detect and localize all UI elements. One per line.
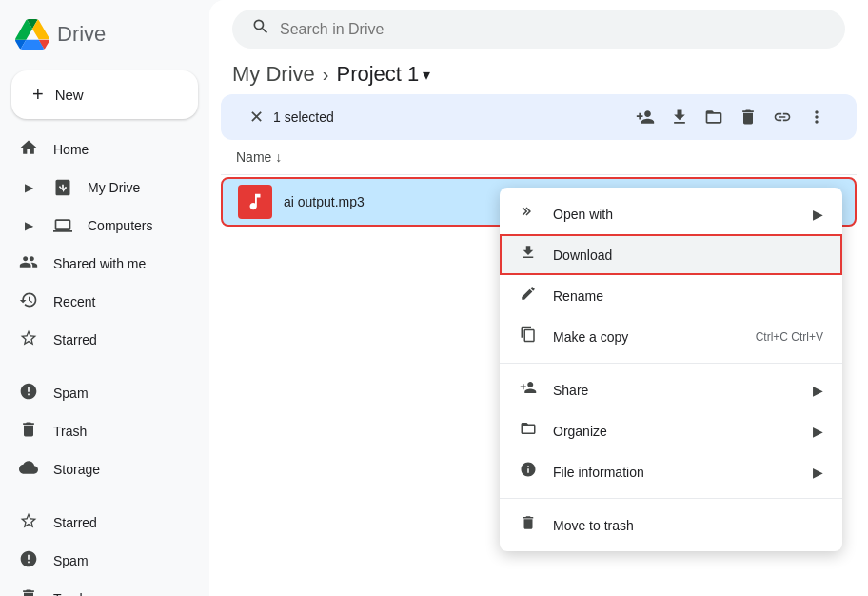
sidebar-item-sharedwithme[interactable]: Shared with me [0, 245, 194, 283]
share-arrow-icon: ▶ [813, 383, 823, 398]
column-header-name: Name ↓ [221, 140, 857, 175]
context-menu-divider-2 [500, 498, 842, 499]
spam-icon [19, 382, 38, 406]
sidebar-item-sharedwithme-label: Shared with me [53, 256, 146, 271]
sort-icon: ↓ [275, 149, 282, 165]
trash2-icon [19, 587, 38, 597]
header [209, 0, 868, 49]
plus-icon: + [32, 84, 44, 106]
sidebar-item-spam[interactable]: Spam [0, 374, 194, 412]
context-menu-download-label: Download [553, 248, 823, 263]
sidebar-item-trash-label: Trash [53, 424, 87, 439]
sidebar-item-starred-label: Starred [53, 332, 97, 348]
drive-logo-icon [15, 17, 49, 51]
sidebar-item-starred[interactable]: Starred [0, 321, 194, 359]
context-menu-share-label: Share [553, 383, 798, 398]
search-bar[interactable] [232, 10, 845, 49]
context-menu-rename[interactable]: Rename [500, 275, 842, 316]
context-menu-organize-label: Organize [553, 424, 798, 439]
sidebar-item-trash2[interactable]: Trash [0, 580, 194, 596]
context-menu-divider-1 [500, 363, 842, 364]
share-icon [519, 379, 538, 401]
breadcrumb-parent[interactable]: My Drive [232, 62, 315, 87]
sidebar-item-spam2[interactable]: Spam [0, 542, 194, 580]
computers-expand-icon: ▶ [19, 219, 38, 232]
breadcrumb-dropdown-arrow: ▾ [423, 66, 430, 84]
sidebar-item-storage[interactable]: Storage [0, 450, 194, 488]
rename-icon [519, 285, 538, 307]
sidebar-item-trash2-label: Trash [53, 591, 87, 596]
toolbar-download-button[interactable] [662, 100, 697, 134]
storage-icon [19, 458, 38, 482]
sidebar-item-mydrive[interactable]: ▶ My Drive [0, 169, 194, 207]
sidebar-item-storage-label: Storage [53, 462, 100, 477]
sidebar-item-trash[interactable]: Trash [0, 412, 194, 450]
sidebar-item-starred2[interactable]: Starred [0, 504, 194, 542]
organize-arrow-icon: ▶ [813, 424, 823, 439]
context-menu-open-with-label: Open with [553, 207, 798, 222]
toolbar-share-button[interactable] [628, 100, 662, 134]
sidebar-item-home[interactable]: Home [0, 130, 194, 169]
mydrive-icon [53, 178, 72, 197]
file-list-area: Name ↓ ai output.mp3 Open with ▶ [209, 140, 868, 596]
sidebar: Drive + New Home ▶ My Drive ▶ Computers [0, 0, 209, 596]
sidebar-item-home-label: Home [53, 142, 89, 157]
make-copy-shortcut: Ctrl+C Ctrl+V [756, 330, 823, 344]
new-button[interactable]: + New [11, 70, 198, 119]
home-icon [19, 138, 38, 162]
sidebar-item-spam-label: Spam [53, 386, 89, 401]
mydrive-expand-icon: ▶ [19, 181, 38, 194]
context-menu-download[interactable]: Download [500, 234, 842, 275]
search-icon [251, 17, 270, 41]
context-menu-make-copy[interactable]: Make a copy Ctrl+C Ctrl+V [500, 316, 842, 357]
toolbar-move-button[interactable] [697, 100, 731, 134]
sidebar-item-spam2-label: Spam [53, 553, 89, 568]
breadcrumb: My Drive › Project 1 ▾ [209, 49, 868, 94]
mp3-file-icon [238, 185, 272, 219]
search-input[interactable] [280, 21, 826, 38]
open-with-icon [519, 203, 538, 225]
context-menu-move-to-trash[interactable]: Move to trash [500, 505, 842, 546]
open-with-arrow-icon: ▶ [813, 207, 823, 222]
context-menu-share[interactable]: Share ▶ [500, 369, 842, 410]
sidebar-nav: Home ▶ My Drive ▶ Computers Shared with … [0, 130, 209, 596]
file-name-label: ai output.mp3 [284, 194, 365, 209]
context-menu-move-to-trash-label: Move to trash [553, 518, 823, 533]
sidebar-item-recent-label: Recent [53, 294, 95, 309]
recent-icon [19, 290, 38, 314]
file-info-icon [519, 461, 538, 483]
move-to-trash-icon [519, 514, 538, 536]
sidebar-item-computers[interactable]: ▶ Computers [0, 207, 194, 245]
context-menu-open-with[interactable]: Open with ▶ [500, 193, 842, 234]
app-title: Drive [57, 22, 106, 47]
breadcrumb-current-label: Project 1 [336, 62, 419, 87]
column-name-label: Name [236, 149, 271, 165]
toolbar-actions [628, 100, 834, 134]
app-logo: Drive [0, 8, 209, 67]
context-menu-file-info[interactable]: File information ▶ [500, 451, 842, 492]
breadcrumb-current-folder[interactable]: Project 1 ▾ [336, 62, 430, 87]
new-button-label: New [55, 87, 84, 103]
sidebar-item-computers-label: Computers [88, 218, 152, 233]
starred2-icon [19, 511, 38, 535]
deselect-button[interactable]: ✕ [244, 101, 269, 133]
make-copy-icon [519, 326, 538, 348]
toolbar-link-button[interactable] [765, 100, 799, 134]
selection-toolbar: ✕ 1 selected [221, 94, 857, 140]
context-menu-make-copy-label: Make a copy [553, 329, 740, 345]
context-menu-file-info-label: File information [553, 465, 798, 480]
sidebar-item-mydrive-label: My Drive [88, 180, 140, 195]
toolbar-delete-button[interactable] [731, 100, 765, 134]
spam2-icon [19, 549, 38, 573]
download-icon [519, 244, 538, 266]
sidebar-item-starred2-label: Starred [53, 515, 97, 530]
context-menu-organize[interactable]: Organize ▶ [500, 410, 842, 451]
file-info-arrow-icon: ▶ [813, 465, 823, 480]
sharedwithme-icon [19, 252, 38, 276]
sidebar-item-recent[interactable]: Recent [0, 283, 194, 321]
toolbar-more-button[interactable] [799, 100, 834, 134]
main-content: My Drive › Project 1 ▾ ✕ 1 selected [209, 0, 868, 596]
context-menu-rename-label: Rename [553, 288, 823, 304]
breadcrumb-separator: › [323, 64, 329, 86]
selected-count-label: 1 selected [273, 109, 334, 125]
